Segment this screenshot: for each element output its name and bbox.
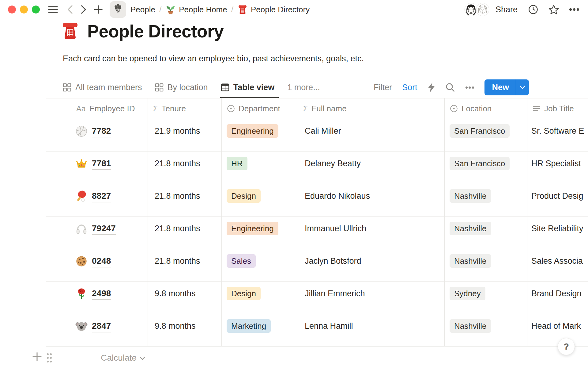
column-header-job-title[interactable]: Job Title [527, 98, 588, 119]
department-tag: Marketing [227, 319, 271, 333]
full-name-cell[interactable]: Jillian Emmerich [298, 282, 445, 314]
full-name-cell[interactable]: Immanuel Ullrich [298, 217, 445, 249]
add-row-button[interactable] [32, 351, 42, 363]
tenure-cell[interactable]: 21.9 months [148, 119, 222, 151]
new-tab-icon[interactable] [94, 5, 103, 14]
employee-id-link[interactable]: 7781 [92, 159, 111, 170]
tab-table-view[interactable]: Table view [221, 77, 275, 98]
department-cell[interactable]: Marketing [222, 314, 298, 346]
table-row: 28479.8 monthsMarketingLenna HamillNashv… [46, 314, 588, 347]
back-icon[interactable] [66, 5, 74, 14]
share-button[interactable]: Share [496, 5, 518, 14]
column-header-department[interactable]: Department [222, 98, 298, 119]
more-options-icon[interactable] [569, 8, 579, 11]
cookie-icon [75, 255, 88, 267]
page-description[interactable]: Each card can be opened to view an emplo… [63, 54, 364, 63]
tenure-cell[interactable]: 21.8 months [148, 217, 222, 249]
department-cell[interactable]: HR [222, 151, 298, 184]
job-title-cell[interactable]: Brand Design [527, 282, 588, 314]
location-cell[interactable]: Nashville [445, 217, 527, 249]
workspace-flower-icon[interactable] [110, 1, 126, 18]
column-header-label: Job Title [544, 104, 574, 113]
breadcrumb-item-people-directory[interactable]: People Directory [237, 4, 310, 15]
department-cell[interactable]: Design [222, 282, 298, 314]
column-header-employee-id[interactable]: AaEmployee ID [46, 98, 148, 119]
tenure-cell[interactable]: 21.8 months [148, 151, 222, 184]
employee-id-link[interactable]: 8827 [92, 191, 111, 202]
minimize-window-button[interactable] [20, 6, 28, 13]
employee-id-cell[interactable]: 7782 [46, 119, 148, 151]
new-record-button[interactable]: New [484, 79, 529, 95]
job-title-cell[interactable]: Product Desig [527, 184, 588, 216]
job-title-cell[interactable]: Sr. Software E [527, 119, 588, 151]
breadcrumb-item-people[interactable]: People [130, 5, 155, 14]
employee-id-cell[interactable]: 7781 [46, 151, 148, 184]
employee-id-cell[interactable]: 0248 [46, 249, 148, 281]
column-header-tenure[interactable]: ΣTenure [148, 98, 222, 119]
full-name-cell[interactable]: Lenna Hamill [298, 314, 445, 346]
full-name-cell[interactable]: Eduardo Nikolaus [298, 184, 445, 216]
location-cell[interactable]: Sydney [445, 282, 527, 314]
employee-id-cell[interactable]: 8827 [46, 184, 148, 216]
view-options-icon[interactable] [465, 86, 474, 89]
help-button[interactable]: ? [558, 338, 575, 355]
full-name-cell[interactable]: Delaney Beatty [298, 151, 445, 184]
employee-id-link[interactable]: 0248 [92, 256, 111, 267]
full-name-cell[interactable]: Jaclyn Botsford [298, 249, 445, 281]
department-cell[interactable]: Design [222, 184, 298, 216]
red-telephone-icon[interactable] [60, 21, 80, 42]
breadcrumb-item-people-home[interactable]: People Home [165, 4, 227, 15]
tenure-cell[interactable]: 21.8 months [148, 184, 222, 216]
department-cell[interactable]: Engineering [222, 119, 298, 151]
tab-by-location[interactable]: By location [155, 77, 208, 98]
property-type-text-icon [533, 105, 541, 113]
chevron-down-icon[interactable] [516, 79, 529, 95]
favorite-star-icon[interactable] [548, 4, 559, 15]
more-views-button[interactable]: 1 more... [287, 83, 320, 92]
location-cell[interactable]: Nashville [445, 249, 527, 281]
department-cell[interactable]: Engineering [222, 217, 298, 249]
sort-button[interactable]: Sort [402, 83, 417, 92]
employee-id-cell[interactable]: 2498 [46, 282, 148, 314]
column-header-location[interactable]: Location [445, 98, 527, 119]
employee-id-cell[interactable]: 2847 [46, 314, 148, 346]
job-title-cell[interactable]: Head of Mark [527, 314, 588, 346]
column-header-label: Tenure [161, 104, 186, 113]
automation-lightning-icon[interactable] [427, 82, 435, 93]
location-cell[interactable]: San Francisco [445, 119, 527, 151]
forward-icon[interactable] [80, 5, 88, 14]
employee-id-link[interactable]: 2847 [92, 321, 111, 332]
table-icon [221, 83, 229, 92]
tenure-cell[interactable]: 9.8 months [148, 314, 222, 346]
tenure-cell[interactable]: 21.8 months [148, 249, 222, 281]
location-cell[interactable]: San Francisco [445, 151, 527, 184]
column-header-full-name[interactable]: ΣFull name [298, 98, 445, 119]
tab-all-team-members[interactable]: All team members [63, 77, 142, 98]
employee-id-cell[interactable]: 79247 [46, 217, 148, 249]
calculate-button[interactable]: Calculate [46, 351, 148, 364]
location-cell[interactable]: Nashville [445, 314, 527, 346]
department-cell[interactable]: Sales [222, 249, 298, 281]
job-title-cell[interactable]: Sales Associa [527, 249, 588, 281]
close-window-button[interactable] [8, 6, 16, 13]
job-title-cell[interactable]: HR Specialist [527, 151, 588, 184]
employee-id-link[interactable]: 79247 [92, 224, 116, 235]
location-cell[interactable]: Nashville [445, 184, 527, 216]
page-title[interactable]: People Directory [87, 21, 224, 41]
filter-button[interactable]: Filter [374, 83, 392, 92]
sidebar-toggle-icon[interactable] [48, 5, 58, 14]
updates-clock-icon[interactable] [528, 4, 538, 15]
zoom-window-button[interactable] [32, 6, 40, 13]
employee-id-link[interactable]: 7782 [92, 126, 111, 137]
tenure-cell[interactable]: 9.8 months [148, 282, 222, 314]
table-row: 778221.9 monthsEngineeringCali MillerSan… [46, 119, 588, 151]
full-name-cell[interactable]: Cali Miller [298, 119, 445, 151]
employee-id-link[interactable]: 2498 [92, 289, 111, 300]
table-header-row: AaEmployee IDΣTenureDepartmentΣFull name… [46, 98, 588, 119]
location-tag: San Francisco [450, 124, 510, 138]
breadcrumb-separator: / [159, 5, 161, 14]
potted-plant-icon [165, 4, 176, 15]
search-icon[interactable] [445, 82, 455, 92]
job-title-cell[interactable]: Site Reliability [527, 217, 588, 249]
collaborator-avatars[interactable] [464, 3, 489, 16]
